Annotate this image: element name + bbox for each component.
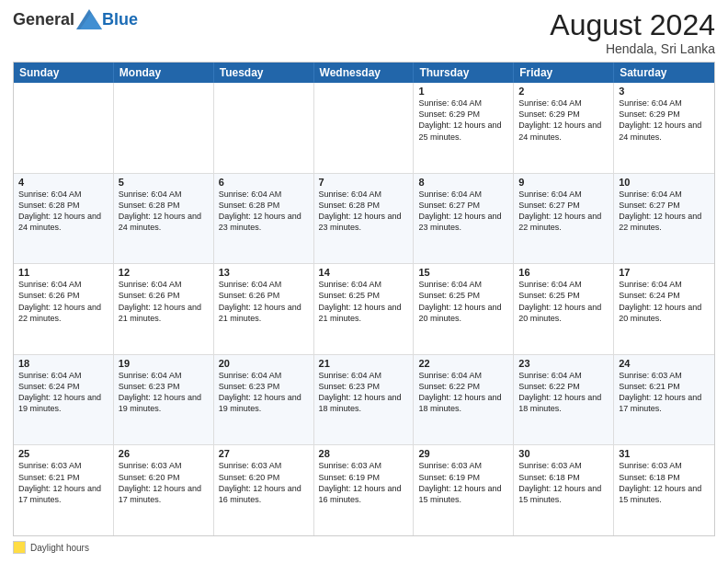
calendar-cell-20: 20Sunrise: 6:04 AM Sunset: 6:23 PM Dayli… (214, 355, 314, 445)
day-info: Sunrise: 6:03 AM Sunset: 6:18 PM Dayligh… (518, 460, 609, 505)
day-info: Sunrise: 6:03 AM Sunset: 6:19 PM Dayligh… (319, 460, 409, 505)
day-number: 28 (319, 448, 409, 459)
calendar-cell-15: 15Sunrise: 6:04 AM Sunset: 6:25 PM Dayli… (414, 264, 514, 354)
calendar-cell-21: 21Sunrise: 6:04 AM Sunset: 6:23 PM Dayli… (314, 355, 415, 445)
calendar-row-3: 18Sunrise: 6:04 AM Sunset: 6:24 PM Dayli… (14, 354, 714, 445)
calendar-body: 1Sunrise: 6:04 AM Sunset: 6:29 PM Daylig… (14, 83, 714, 535)
logo-area: General Blue (13, 9, 138, 29)
month-year: August 2024 (550, 9, 715, 41)
calendar-cell-empty-0-0 (14, 83, 114, 173)
day-number: 21 (319, 358, 409, 369)
day-info: Sunrise: 6:04 AM Sunset: 6:23 PM Dayligh… (219, 370, 309, 415)
calendar-cell-8: 8Sunrise: 6:04 AM Sunset: 6:27 PM Daylig… (414, 174, 514, 264)
calendar-cell-2: 2Sunrise: 6:04 AM Sunset: 6:29 PM Daylig… (514, 83, 614, 173)
calendar-cell-25: 25Sunrise: 6:03 AM Sunset: 6:21 PM Dayli… (14, 445, 114, 535)
day-number: 19 (119, 358, 209, 369)
title-area: August 2024 Hendala, Sri Lanka (550, 9, 715, 56)
legend-icon (13, 541, 26, 554)
calendar-row-4: 25Sunrise: 6:03 AM Sunset: 6:21 PM Dayli… (14, 444, 714, 535)
day-info: Sunrise: 6:04 AM Sunset: 6:29 PM Dayligh… (518, 98, 609, 143)
day-number: 9 (518, 177, 609, 188)
day-info: Sunrise: 6:03 AM Sunset: 6:18 PM Dayligh… (619, 460, 710, 505)
calendar-cell-26: 26Sunrise: 6:03 AM Sunset: 6:20 PM Dayli… (114, 445, 214, 535)
day-info: Sunrise: 6:04 AM Sunset: 6:29 PM Dayligh… (619, 98, 710, 143)
day-info: Sunrise: 6:04 AM Sunset: 6:27 PM Dayligh… (418, 189, 508, 234)
calendar-cell-12: 12Sunrise: 6:04 AM Sunset: 6:26 PM Dayli… (114, 264, 214, 354)
day-number: 20 (219, 358, 309, 369)
calendar-cell-empty-0-2 (214, 83, 314, 173)
day-number: 13 (219, 267, 309, 278)
logo-blue-text: Blue (102, 10, 138, 29)
day-number: 22 (418, 358, 508, 369)
calendar-header-friday: Friday (514, 63, 614, 83)
calendar-header-tuesday: Tuesday (214, 63, 314, 83)
day-number: 24 (619, 358, 710, 369)
day-number: 18 (18, 358, 108, 369)
day-info: Sunrise: 6:04 AM Sunset: 6:23 PM Dayligh… (119, 370, 209, 415)
day-number: 11 (18, 267, 108, 278)
calendar-cell-17: 17Sunrise: 6:04 AM Sunset: 6:24 PM Dayli… (614, 264, 714, 354)
day-number: 6 (219, 177, 309, 188)
calendar-cell-30: 30Sunrise: 6:03 AM Sunset: 6:18 PM Dayli… (514, 445, 614, 535)
day-info: Sunrise: 6:03 AM Sunset: 6:21 PM Dayligh… (18, 460, 108, 505)
calendar-cell-13: 13Sunrise: 6:04 AM Sunset: 6:26 PM Dayli… (214, 264, 314, 354)
calendar-cell-18: 18Sunrise: 6:04 AM Sunset: 6:24 PM Dayli… (14, 355, 114, 445)
day-info: Sunrise: 6:03 AM Sunset: 6:19 PM Dayligh… (418, 460, 508, 505)
day-info: Sunrise: 6:04 AM Sunset: 6:29 PM Dayligh… (418, 98, 508, 143)
day-info: Sunrise: 6:04 AM Sunset: 6:27 PM Dayligh… (518, 189, 609, 234)
calendar-cell-27: 27Sunrise: 6:03 AM Sunset: 6:20 PM Dayli… (214, 445, 314, 535)
calendar: SundayMondayTuesdayWednesdayThursdayFrid… (13, 62, 715, 536)
calendar-cell-31: 31Sunrise: 6:03 AM Sunset: 6:18 PM Dayli… (614, 445, 714, 535)
calendar-cell-7: 7Sunrise: 6:04 AM Sunset: 6:28 PM Daylig… (314, 174, 415, 264)
day-info: Sunrise: 6:04 AM Sunset: 6:23 PM Dayligh… (319, 370, 409, 415)
day-info: Sunrise: 6:04 AM Sunset: 6:28 PM Dayligh… (219, 189, 309, 234)
calendar-cell-24: 24Sunrise: 6:03 AM Sunset: 6:21 PM Dayli… (614, 355, 714, 445)
day-info: Sunrise: 6:04 AM Sunset: 6:26 PM Dayligh… (18, 279, 108, 324)
day-info: Sunrise: 6:03 AM Sunset: 6:21 PM Dayligh… (619, 370, 710, 415)
calendar-header-monday: Monday (114, 63, 214, 83)
calendar-header-wednesday: Wednesday (314, 63, 415, 83)
day-number: 7 (319, 177, 409, 188)
day-info: Sunrise: 6:04 AM Sunset: 6:24 PM Dayligh… (18, 370, 108, 415)
day-number: 26 (119, 448, 209, 459)
calendar-cell-6: 6Sunrise: 6:04 AM Sunset: 6:28 PM Daylig… (214, 174, 314, 264)
day-info: Sunrise: 6:04 AM Sunset: 6:27 PM Dayligh… (619, 189, 710, 234)
calendar-cell-11: 11Sunrise: 6:04 AM Sunset: 6:26 PM Dayli… (14, 264, 114, 354)
logo-general-text: General (13, 10, 74, 29)
calendar-header-saturday: Saturday (614, 63, 714, 83)
calendar-cell-23: 23Sunrise: 6:04 AM Sunset: 6:22 PM Dayli… (514, 355, 614, 445)
legend-label: Daylight hours (30, 543, 89, 553)
day-number: 31 (619, 448, 710, 459)
day-number: 16 (518, 267, 609, 278)
day-number: 5 (119, 177, 209, 188)
day-number: 15 (418, 267, 508, 278)
day-info: Sunrise: 6:04 AM Sunset: 6:22 PM Dayligh… (418, 370, 508, 415)
calendar-cell-1: 1Sunrise: 6:04 AM Sunset: 6:29 PM Daylig… (414, 83, 514, 173)
calendar-cell-9: 9Sunrise: 6:04 AM Sunset: 6:27 PM Daylig… (514, 174, 614, 264)
calendar-cell-14: 14Sunrise: 6:04 AM Sunset: 6:25 PM Dayli… (314, 264, 415, 354)
day-info: Sunrise: 6:04 AM Sunset: 6:28 PM Dayligh… (18, 189, 108, 234)
day-info: Sunrise: 6:04 AM Sunset: 6:25 PM Dayligh… (518, 279, 609, 324)
day-info: Sunrise: 6:04 AM Sunset: 6:28 PM Dayligh… (119, 189, 209, 234)
day-number: 30 (518, 448, 609, 459)
calendar-cell-22: 22Sunrise: 6:04 AM Sunset: 6:22 PM Dayli… (414, 355, 514, 445)
calendar-cell-28: 28Sunrise: 6:03 AM Sunset: 6:19 PM Dayli… (314, 445, 415, 535)
day-number: 10 (619, 177, 710, 188)
day-info: Sunrise: 6:04 AM Sunset: 6:25 PM Dayligh… (418, 279, 508, 324)
page: General Blue August 2024 Hendala, Sri La… (0, 0, 728, 563)
calendar-cell-19: 19Sunrise: 6:04 AM Sunset: 6:23 PM Dayli… (114, 355, 214, 445)
calendar-row-1: 4Sunrise: 6:04 AM Sunset: 6:28 PM Daylig… (14, 173, 714, 264)
calendar-header-row: SundayMondayTuesdayWednesdayThursdayFrid… (14, 63, 714, 83)
location: Hendala, Sri Lanka (550, 41, 715, 56)
day-number: 4 (18, 177, 108, 188)
calendar-row-0: 1Sunrise: 6:04 AM Sunset: 6:29 PM Daylig… (14, 83, 714, 173)
day-info: Sunrise: 6:03 AM Sunset: 6:20 PM Dayligh… (219, 460, 309, 505)
calendar-cell-5: 5Sunrise: 6:04 AM Sunset: 6:28 PM Daylig… (114, 174, 214, 264)
day-number: 17 (619, 267, 710, 278)
day-number: 2 (518, 86, 609, 97)
day-info: Sunrise: 6:03 AM Sunset: 6:20 PM Dayligh… (119, 460, 209, 505)
day-number: 25 (18, 448, 108, 459)
calendar-header-sunday: Sunday (14, 63, 114, 83)
header: General Blue August 2024 Hendala, Sri La… (13, 9, 715, 56)
day-info: Sunrise: 6:04 AM Sunset: 6:25 PM Dayligh… (319, 279, 409, 324)
